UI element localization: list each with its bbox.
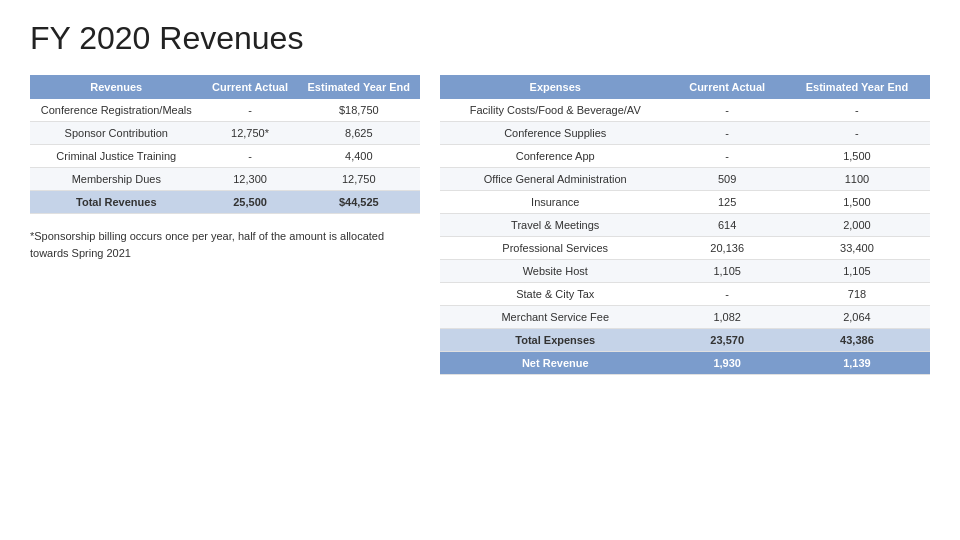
expense-current: 614 [670, 214, 783, 237]
expense-label: Insurance [440, 191, 670, 214]
tables-container: Revenues Current Actual Estimated Year E… [30, 75, 930, 375]
table-row: Conference Registration/Meals - $18,750 [30, 99, 420, 122]
revenue-label: Total Revenues [30, 191, 203, 214]
expense-current: - [670, 145, 783, 168]
expense-label: Merchant Service Fee [440, 306, 670, 329]
revenue-current: 12,750* [203, 122, 298, 145]
table-row: Conference Supplies - - [440, 122, 930, 145]
expense-current: 20,136 [670, 237, 783, 260]
expense-label: State & City Tax [440, 283, 670, 306]
revenue-current: - [203, 99, 298, 122]
expense-estimated: 43,386 [784, 329, 930, 352]
expense-estimated: 1100 [784, 168, 930, 191]
table-row: Total Expenses 23,570 43,386 [440, 329, 930, 352]
table-row: State & City Tax - 718 [440, 283, 930, 306]
table-row: Insurance 125 1,500 [440, 191, 930, 214]
expense-current: 509 [670, 168, 783, 191]
expense-label: Facility Costs/Food & Beverage/AV [440, 99, 670, 122]
expenses-current-header: Current Actual [670, 75, 783, 99]
expense-label: Website Host [440, 260, 670, 283]
expense-label: Net Revenue [440, 352, 670, 375]
table-row: Criminal Justice Training - 4,400 [30, 145, 420, 168]
expense-estimated: 1,500 [784, 191, 930, 214]
revenue-estimated: 8,625 [298, 122, 420, 145]
revenue-label: Criminal Justice Training [30, 145, 203, 168]
expense-estimated: - [784, 99, 930, 122]
right-section: Expenses Current Actual Estimated Year E… [440, 75, 930, 375]
revenue-estimated: 4,400 [298, 145, 420, 168]
expenses-table: Expenses Current Actual Estimated Year E… [440, 75, 930, 375]
expense-estimated: 1,105 [784, 260, 930, 283]
table-row: Net Revenue 1,930 1,139 [440, 352, 930, 375]
table-row: Website Host 1,105 1,105 [440, 260, 930, 283]
expense-label: Total Expenses [440, 329, 670, 352]
expense-estimated: 33,400 [784, 237, 930, 260]
expense-current: - [670, 283, 783, 306]
expense-estimated: - [784, 122, 930, 145]
expense-label: Office General Administration [440, 168, 670, 191]
revenue-estimated: $18,750 [298, 99, 420, 122]
left-section: Revenues Current Actual Estimated Year E… [30, 75, 420, 261]
table-row: Sponsor Contribution 12,750* 8,625 [30, 122, 420, 145]
expense-current: 1,082 [670, 306, 783, 329]
expense-label: Professional Services [440, 237, 670, 260]
expense-label: Conference Supplies [440, 122, 670, 145]
expense-estimated: 1,500 [784, 145, 930, 168]
revenues-col-header: Revenues [30, 75, 203, 99]
page-title: FY 2020 Revenues [30, 20, 930, 57]
table-row: Membership Dues 12,300 12,750 [30, 168, 420, 191]
table-row: Office General Administration 509 1100 [440, 168, 930, 191]
revenue-current: 25,500 [203, 191, 298, 214]
expenses-estimated-header: Estimated Year End [784, 75, 930, 99]
revenues-estimated-header: Estimated Year End [298, 75, 420, 99]
expense-current: 23,570 [670, 329, 783, 352]
expense-current: - [670, 99, 783, 122]
revenues-table: Revenues Current Actual Estimated Year E… [30, 75, 420, 214]
expense-estimated: 1,139 [784, 352, 930, 375]
expense-current: 1,105 [670, 260, 783, 283]
revenue-current: - [203, 145, 298, 168]
expense-current: 1,930 [670, 352, 783, 375]
revenue-current: 12,300 [203, 168, 298, 191]
expense-current: - [670, 122, 783, 145]
revenue-label: Sponsor Contribution [30, 122, 203, 145]
expense-estimated: 2,064 [784, 306, 930, 329]
expense-estimated: 2,000 [784, 214, 930, 237]
table-row: Travel & Meetings 614 2,000 [440, 214, 930, 237]
table-row: Merchant Service Fee 1,082 2,064 [440, 306, 930, 329]
footnote: *Sponsorship billing occurs once per yea… [30, 228, 420, 261]
expense-current: 125 [670, 191, 783, 214]
expense-label: Travel & Meetings [440, 214, 670, 237]
table-row: Conference App - 1,500 [440, 145, 930, 168]
revenues-current-header: Current Actual [203, 75, 298, 99]
revenue-estimated: $44,525 [298, 191, 420, 214]
revenue-label: Membership Dues [30, 168, 203, 191]
expenses-col-header: Expenses [440, 75, 670, 99]
revenue-label: Conference Registration/Meals [30, 99, 203, 122]
table-row: Facility Costs/Food & Beverage/AV - - [440, 99, 930, 122]
expense-label: Conference App [440, 145, 670, 168]
table-row: Professional Services 20,136 33,400 [440, 237, 930, 260]
expense-estimated: 718 [784, 283, 930, 306]
revenue-estimated: 12,750 [298, 168, 420, 191]
table-row: Total Revenues 25,500 $44,525 [30, 191, 420, 214]
